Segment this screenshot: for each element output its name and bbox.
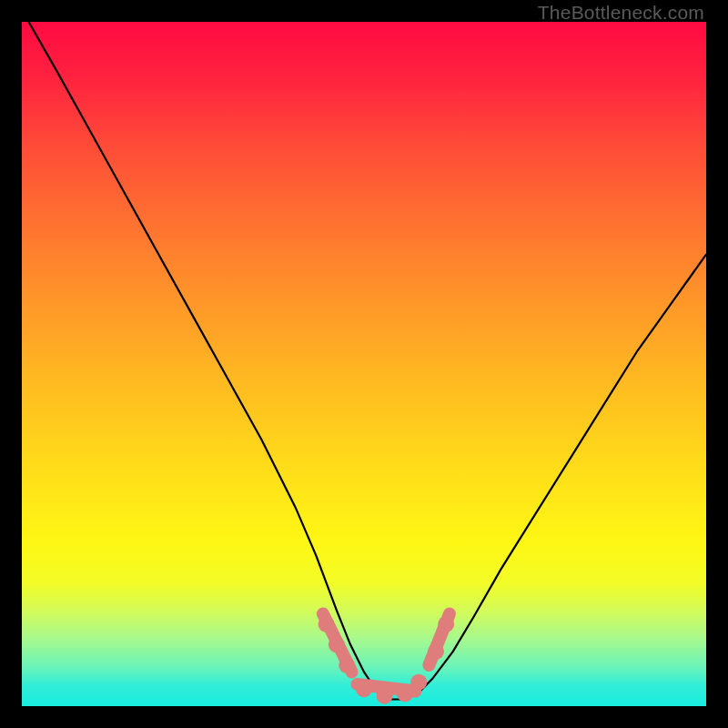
plot-area [22,22,706,706]
trough-left-dot [356,681,372,697]
trough-mid-dot [377,688,393,704]
attribution-text: TheBottleneck.com [538,2,704,24]
left-mid-dot [329,636,345,652]
right-lower-dot [410,674,427,691]
curve-layer [22,22,706,706]
bottleneck-curve [29,22,707,700]
right-upper-dot [438,616,454,632]
right-mid-dot [428,643,444,660]
left-lower-dot [339,657,355,673]
left-upper-dot [318,616,335,632]
chart-frame: TheBottleneck.com [0,0,728,728]
trough-right-dot [397,686,413,703]
